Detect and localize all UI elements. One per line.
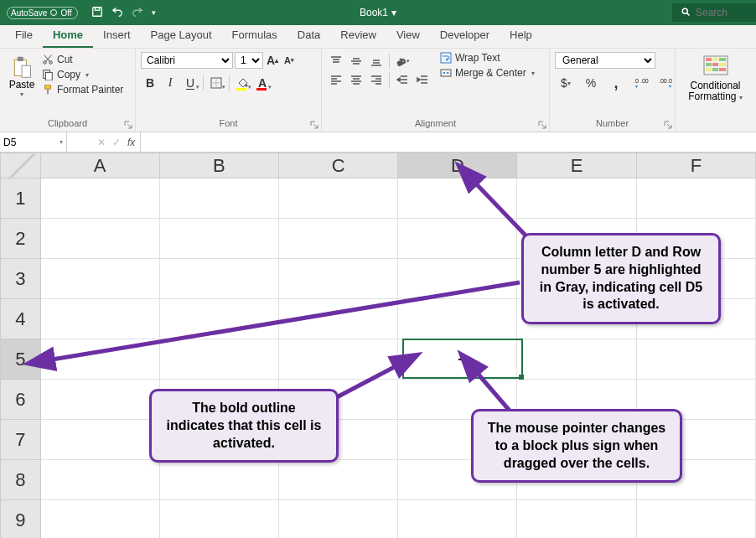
tab-file[interactable]: File bbox=[5, 24, 43, 48]
merge-center-button[interactable]: Merge & Center▾ bbox=[440, 67, 535, 79]
font-size-select[interactable]: 11 bbox=[235, 52, 263, 69]
cell[interactable] bbox=[40, 299, 159, 339]
cell[interactable] bbox=[40, 259, 159, 299]
cell[interactable] bbox=[636, 178, 755, 219]
name-box[interactable]: D5 ▾ bbox=[0, 132, 67, 152]
tab-page-layout[interactable]: Page Layout bbox=[141, 24, 222, 48]
tab-view[interactable]: View bbox=[386, 24, 430, 48]
row-header-9[interactable]: 9 bbox=[1, 500, 41, 539]
underline-button[interactable]: U▾ bbox=[181, 74, 199, 92]
col-header-d[interactable]: D bbox=[398, 153, 517, 178]
format-painter-button[interactable]: Format Painter bbox=[42, 84, 123, 96]
search-box[interactable] bbox=[672, 3, 756, 22]
cell[interactable] bbox=[40, 500, 159, 539]
cut-button[interactable]: Cut bbox=[42, 54, 123, 65]
cell[interactable] bbox=[40, 219, 159, 259]
conditional-formatting-button[interactable]: Conditional Formatting ▾ bbox=[681, 52, 750, 127]
tab-home[interactable]: Home bbox=[43, 24, 93, 48]
copy-button[interactable]: Copy▾ bbox=[42, 69, 123, 80]
col-header-b[interactable]: B bbox=[159, 153, 278, 178]
paste-button[interactable]: Paste ▾ bbox=[5, 52, 39, 98]
row-header-6[interactable]: 6 bbox=[1, 380, 41, 420]
undo-icon[interactable] bbox=[111, 6, 123, 20]
row-header-7[interactable]: 7 bbox=[1, 420, 41, 460]
fill-color-button[interactable]: ▾ bbox=[233, 74, 251, 92]
cell[interactable] bbox=[517, 500, 636, 539]
cell[interactable] bbox=[40, 420, 159, 460]
dialog-launcher-icon[interactable] bbox=[124, 121, 132, 129]
cell[interactable] bbox=[159, 299, 278, 339]
cell[interactable] bbox=[159, 219, 278, 259]
cell[interactable] bbox=[278, 500, 397, 539]
col-header-e[interactable]: E bbox=[517, 153, 636, 178]
cell[interactable] bbox=[40, 380, 159, 420]
cell[interactable] bbox=[278, 259, 397, 299]
cell[interactable] bbox=[398, 339, 517, 380]
cell[interactable] bbox=[278, 299, 397, 339]
fx-icon[interactable]: fx bbox=[127, 137, 135, 148]
row-header-2[interactable]: 2 bbox=[1, 219, 41, 259]
cell[interactable] bbox=[159, 500, 278, 539]
row-header-3[interactable]: 3 bbox=[1, 259, 41, 299]
cancel-icon[interactable]: ✕ bbox=[97, 137, 106, 148]
tab-review[interactable]: Review bbox=[330, 24, 386, 48]
percent-format-icon[interactable]: % bbox=[580, 74, 602, 92]
cell[interactable] bbox=[398, 178, 517, 219]
align-left-icon[interactable] bbox=[327, 70, 345, 89]
increase-indent-icon[interactable] bbox=[413, 70, 432, 89]
cell[interactable] bbox=[636, 339, 755, 380]
cell[interactable] bbox=[40, 339, 159, 380]
cell[interactable] bbox=[517, 178, 636, 219]
save-icon[interactable] bbox=[91, 6, 103, 20]
align-top-icon[interactable] bbox=[327, 52, 345, 70]
col-header-f[interactable]: F bbox=[636, 153, 755, 178]
tab-insert[interactable]: Insert bbox=[93, 24, 141, 48]
cell[interactable] bbox=[40, 460, 159, 500]
cell[interactable] bbox=[278, 460, 397, 500]
align-right-icon[interactable] bbox=[367, 70, 386, 89]
row-header-5[interactable]: 5 bbox=[1, 339, 41, 380]
row-header-8[interactable]: 8 bbox=[1, 460, 41, 500]
dialog-launcher-icon[interactable] bbox=[538, 121, 546, 129]
increase-font-icon[interactable]: A▴ bbox=[265, 52, 280, 69]
select-all-corner[interactable] bbox=[1, 153, 41, 178]
increase-decimal-icon[interactable]: .0.00 bbox=[630, 74, 652, 92]
orientation-icon[interactable]: ab▾ bbox=[393, 52, 412, 70]
col-header-c[interactable]: C bbox=[278, 153, 397, 178]
cell[interactable] bbox=[398, 299, 517, 339]
italic-button[interactable]: I bbox=[161, 74, 179, 92]
dialog-launcher-icon[interactable] bbox=[310, 121, 318, 129]
cell[interactable] bbox=[40, 178, 159, 219]
borders-button[interactable]: ▾ bbox=[207, 74, 225, 92]
comma-format-icon[interactable]: , bbox=[605, 74, 627, 92]
row-header-1[interactable]: 1 bbox=[1, 178, 41, 219]
decrease-indent-icon[interactable] bbox=[393, 70, 412, 89]
tab-developer[interactable]: Developer bbox=[430, 24, 500, 48]
tab-data[interactable]: Data bbox=[287, 24, 330, 48]
cell[interactable] bbox=[159, 460, 278, 500]
cell[interactable] bbox=[278, 219, 397, 259]
autosave-toggle[interactable]: AutoSave Off bbox=[7, 7, 78, 19]
tab-help[interactable]: Help bbox=[500, 24, 542, 48]
enter-icon[interactable]: ✓ bbox=[112, 137, 121, 148]
cell[interactable] bbox=[159, 259, 278, 299]
row-header-4[interactable]: 4 bbox=[1, 299, 41, 339]
cell[interactable] bbox=[517, 339, 636, 380]
dialog-launcher-icon[interactable] bbox=[664, 121, 672, 129]
worksheet-grid[interactable]: A B C D E F 1 2 3 4 5 6 7 8 9 bbox=[0, 153, 756, 538]
cell[interactable] bbox=[398, 259, 517, 299]
cell[interactable] bbox=[278, 339, 397, 380]
align-center-icon[interactable] bbox=[347, 70, 365, 89]
decrease-decimal-icon[interactable]: .00.0 bbox=[655, 74, 677, 92]
cell[interactable] bbox=[159, 178, 278, 219]
col-header-a[interactable]: A bbox=[40, 153, 159, 178]
formula-input[interactable] bbox=[141, 132, 756, 152]
search-input[interactable] bbox=[696, 7, 746, 18]
cell[interactable] bbox=[398, 219, 517, 259]
number-format-select[interactable]: General bbox=[555, 52, 655, 69]
accounting-format-icon[interactable]: $▾ bbox=[555, 74, 577, 92]
cell[interactable] bbox=[398, 500, 517, 539]
font-name-select[interactable]: Calibri bbox=[141, 52, 233, 69]
align-middle-icon[interactable] bbox=[347, 52, 365, 70]
font-color-button[interactable]: A▾ bbox=[253, 74, 272, 92]
